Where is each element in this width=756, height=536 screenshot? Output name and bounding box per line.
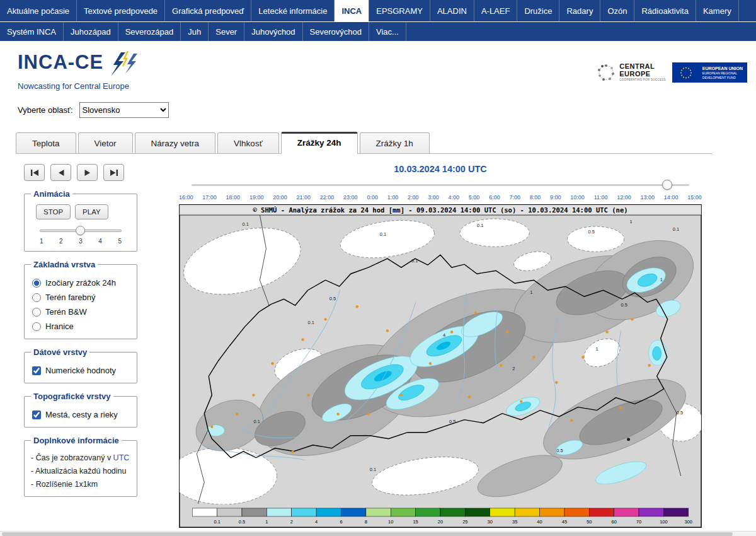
central-europe-logo: CENTRAL EUROPE COOPERATING FOR SUCCESS	[597, 63, 666, 82]
play-button[interactable]: PLAY	[75, 204, 108, 219]
time-tick-4-00: 4:00	[449, 194, 460, 201]
precipitation-map: © SHMÚ - Analýza zrážok za 24 hod [mm] -…	[179, 204, 702, 528]
top-nav-graficka-predpoved[interactable]: Grafická predpoveď	[165, 0, 251, 21]
scale-label: 0.1	[214, 519, 220, 525]
top-nav-ozon[interactable]: Ozón	[600, 0, 634, 21]
tab-narazy-vetra[interactable]: Nárazy vetra	[135, 132, 216, 153]
time-slider-handle[interactable]	[662, 180, 672, 190]
base-layer-radio-teren-b-w[interactable]	[32, 308, 41, 317]
base-layer-option-hranice[interactable]: Hranice	[32, 322, 130, 331]
current-time-heading: 10.03.2024 14:00 UTC	[179, 164, 702, 174]
eu-flag-logo: EUROPEAN UNION EUROPEAN REGIONAL DEVELOP…	[672, 62, 747, 83]
stop-button[interactable]: STOP	[36, 204, 71, 219]
tab-vlhkost[interactable]: Vlhkosť	[217, 132, 279, 153]
next-icon	[84, 169, 91, 177]
time-tick-13-00: 13:00	[641, 194, 655, 201]
info-line: - Rozlíšenie 1x1km	[31, 480, 130, 489]
scale-label: 0.5	[239, 519, 245, 525]
data-layer-checkbox-numericke-hodnoty[interactable]	[32, 366, 41, 375]
time-tick-2-00: 2:00	[408, 194, 419, 201]
top-nav-a-laef[interactable]: A-LAEF	[474, 0, 518, 21]
sub-nav-system-inca[interactable]: Systém INCA	[0, 22, 64, 41]
info-panel: Doplnkové informácie - Čas je zobrazovan…	[24, 436, 137, 497]
partner-logos: CENTRAL EUROPE COOPERATING FOR SUCCESS E…	[597, 62, 747, 83]
scale-segment	[589, 508, 614, 516]
horizontal-scrollbar[interactable]	[0, 531, 756, 536]
time-tick-14-00: 14:00	[664, 194, 679, 201]
scale-label: 60	[611, 519, 616, 525]
utc-link[interactable]: UTC	[113, 453, 130, 462]
speed-slider-handle[interactable]	[76, 226, 85, 235]
top-nav-radary[interactable]: Radary	[559, 0, 600, 21]
scale-label: 8	[365, 519, 367, 525]
time-tick-15-00: 15:00	[687, 194, 702, 201]
top-nav-druzice[interactable]: Družice	[517, 0, 559, 21]
top-nav-aktualne-pocasie[interactable]: Aktuálne počasie	[0, 0, 77, 21]
data-layer-option-numericke-hodnoty[interactable]: Numerické hodnoty	[32, 366, 130, 375]
base-layer-option-teren-b-w[interactable]: Terén B&W	[32, 307, 130, 317]
time-tick-21-00: 21:00	[296, 194, 311, 201]
tab-zrazky-24h[interactable]: Zrážky 24h	[281, 132, 358, 154]
sub-nav-juhovychod[interactable]: Juhovýchod	[244, 22, 302, 41]
time-tick-5-00: 5:00	[469, 194, 480, 201]
first-frame-button[interactable]	[24, 164, 45, 181]
scale-segment	[391, 508, 415, 516]
base-layer-option-izociary-zrazok-24h[interactable]: Izočiary zrážok 24h	[32, 278, 130, 288]
top-nav-kamery[interactable]: Kamery	[696, 0, 739, 21]
scale-label: 40	[537, 519, 542, 525]
next-frame-button[interactable]	[77, 164, 98, 181]
tab-vietor[interactable]: Vietor	[78, 132, 133, 153]
sub-nav-juh[interactable]: Juh	[181, 22, 209, 41]
tab-teplota[interactable]: Teplota	[16, 132, 76, 153]
last-frame-button[interactable]	[103, 164, 124, 181]
time-tick-16-00: 16:00	[179, 194, 193, 201]
previous-icon	[57, 169, 65, 177]
previous-frame-button[interactable]	[50, 164, 71, 181]
scale-segment	[192, 508, 217, 516]
scale-label: 6	[340, 519, 342, 525]
scrollbar-thumb[interactable]	[2, 532, 733, 536]
base-layer-radio-hranice[interactable]	[32, 322, 41, 331]
lightning-logo-icon	[108, 51, 142, 79]
page-content: INCA-CE Nowcasting for Central Europe CE…	[0, 41, 756, 530]
scale-label: 20	[438, 519, 443, 525]
precip-value-label: 0.5	[329, 296, 336, 301]
time-tick-17-00: 17:00	[202, 194, 217, 201]
top-nav-textove-predpovede[interactable]: Textové predpovede	[77, 0, 165, 21]
animation-speed-slider[interactable]	[40, 226, 122, 236]
topo-layer-checkbox-mesta-cesty-a-rieky[interactable]	[32, 411, 41, 419]
precip-value-label: 0.5	[677, 410, 683, 416]
base-layer-option-teren-farebny[interactable]: Terén farebný	[32, 293, 130, 302]
sub-nav-viac[interactable]: Viac...	[369, 22, 406, 41]
sub-nav-severozapad[interactable]: Severozápad	[118, 22, 181, 41]
precip-value-label: 0.1	[308, 320, 314, 325]
tab-zrazky-1h[interactable]: Zrážky 1h	[360, 132, 430, 153]
data-layers-legend: Dátové vrstvy	[31, 347, 89, 357]
top-nav-epsgramy[interactable]: EPSGRAMY	[369, 0, 430, 21]
precip-value-label: 0.5	[556, 448, 563, 453]
top-nav-aladin[interactable]: ALADIN	[430, 0, 474, 21]
sub-nav-juhozapad[interactable]: Juhozápad	[64, 22, 118, 41]
top-nav-inca[interactable]: INCA	[335, 0, 369, 21]
option-label: Terén farebný	[45, 293, 96, 302]
time-tick-labels: 16:0017:0018:0019:0020:0021:0022:0023:00…	[179, 194, 702, 201]
animation-panel: Animácia STOP PLAY 12345	[24, 189, 137, 252]
scale-label: 70	[636, 519, 641, 525]
time-slider[interactable]	[192, 179, 689, 190]
top-nav-radioaktivita[interactable]: Rádioaktivita	[634, 0, 696, 21]
workspace: Animácia STOP PLAY 12345 Základná vrstva…	[0, 164, 756, 530]
scale-label: 1	[265, 519, 268, 525]
base-layer-radio-teren-farebny[interactable]	[32, 293, 41, 302]
precip-value-label: 2	[512, 366, 515, 371]
map-title: © SHMÚ - Analýza zrážok za 24 hod [mm] -…	[253, 206, 627, 214]
base-layer-radio-izociary-zrazok-24h[interactable]	[32, 279, 41, 288]
top-nav-letecke-informacie[interactable]: Letecké informácie	[251, 0, 335, 21]
speed-tick-labels: 12345	[40, 238, 122, 245]
sub-nav-sever[interactable]: Sever	[209, 22, 244, 41]
region-select[interactable]: Slovensko	[79, 102, 169, 118]
frame-stepper	[24, 164, 137, 181]
topo-layer-option-mesta-cesty-a-rieky[interactable]: Mestá, cesty a rieky	[32, 410, 130, 419]
sub-nav-severovychod[interactable]: Severovýchod	[303, 22, 369, 41]
scale-segment	[341, 508, 365, 516]
speed-tick-1: 1	[40, 238, 43, 245]
